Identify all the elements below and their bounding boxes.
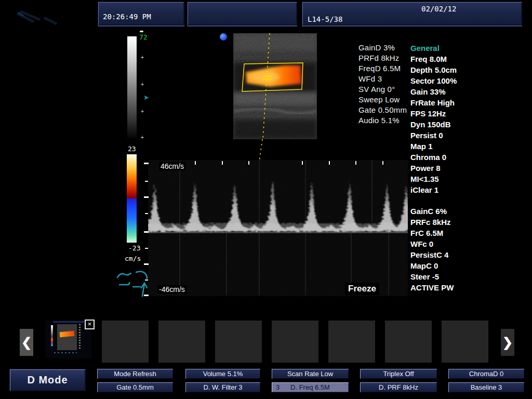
depth-tick: + (141, 83, 144, 86)
color-parameter-list: GainC 6%PRFc 8kHzFrC 6.5MWFc 0PersistC 4… (410, 207, 494, 294)
softkey-volume[interactable]: Volume 5.1% (185, 369, 260, 379)
freeze-status: Freeze (345, 283, 379, 295)
bmode-parameter: MI<1.35 (410, 175, 494, 185)
bmode-parameter: Persist 0 (410, 131, 494, 142)
softkey-scan-rate[interactable]: Scan Rate Low (272, 369, 349, 379)
thumbnails-next-button[interactable]: ❯ (501, 329, 514, 356)
velocity-scale-max: 46cm/s (159, 162, 185, 170)
depth-cursor (140, 31, 143, 32)
softkey-mode-refresh[interactable]: Mode Refresh (97, 369, 173, 379)
grayscale-map-bar (127, 36, 137, 138)
bmode-parameter: Chroma 0 (410, 153, 494, 164)
depth-tick: + (141, 56, 144, 59)
softkey-gate[interactable]: Gate 0.5mm (97, 382, 173, 392)
bmode-image[interactable] (233, 33, 317, 139)
exam-info-box: 02/02/12 L14-5/38 (302, 2, 522, 25)
color-parameter: WFc 0 (410, 240, 494, 250)
bmode-parameter: Sector 100% (410, 76, 494, 87)
velocity-tick-major (144, 263, 149, 265)
preset-name: General (410, 44, 440, 52)
mode-button[interactable]: D Mode (9, 369, 86, 391)
bmode-parameter: FrRate High (410, 98, 494, 109)
velocity-tick-major (144, 163, 149, 164)
thumbnail-slot-empty[interactable] (328, 321, 375, 363)
velocity-tick-minor (145, 181, 148, 182)
vendor-logo (13, 4, 91, 26)
softkey-chroma-d[interactable]: ChromaD 0 (448, 369, 524, 379)
bmode-parameter: Map 1 (410, 142, 494, 153)
time-tick (195, 161, 196, 165)
gray-bar-bottom-value: 23 (128, 145, 136, 153)
doppler-parameter: SV Ang 0° (358, 85, 410, 95)
color-parameter: Steer -5 (410, 272, 494, 283)
color-parameter: MapC 0 (410, 261, 494, 272)
bmode-parameter: FPS 12Hz (410, 109, 494, 120)
ultrasound-screen: { "header": { "time": "20:26:49 PM", "pr… (0, 0, 532, 399)
velocity-tick-major (144, 231, 149, 233)
color-bar-unit: cm/s (125, 255, 141, 262)
color-doppler-bar-negative (127, 198, 137, 243)
softkey-triplex[interactable]: Triplex Off (360, 369, 437, 379)
thumbnail-slot-empty[interactable] (442, 321, 488, 363)
softkey-baseline[interactable]: Baseline 3 (448, 382, 524, 392)
velocity-tick-minor (145, 248, 148, 249)
gray-map-value: 72 (139, 33, 148, 41)
thumbnail-slot-empty[interactable] (158, 321, 205, 363)
bmode-parameter-list: Freq 8.0MDepth 5.0cmSector 100%Gain 33%F… (410, 55, 494, 196)
color-bar-min: -23 (128, 244, 140, 252)
doppler-parameter: FreqD 6.5M (358, 64, 410, 74)
velocity-tick-major (144, 196, 149, 198)
bmode-parameter: Freq 8.0M (410, 55, 494, 65)
exam-date: 02/02/12 (421, 5, 456, 13)
velocity-tick-minor (145, 280, 148, 281)
color-parameter: PRFc 8kHz (410, 218, 494, 229)
spectral-doppler-display[interactable] (148, 160, 408, 296)
softkey-doppler-freq[interactable]: 3 D. Freq 6.5M (272, 382, 349, 392)
bmode-parameter: Depth 5.0cm (410, 65, 494, 76)
doppler-parameter: PRFd 8kHz (358, 54, 410, 64)
probe-orientation-marker (220, 33, 227, 41)
depth-tick: + (141, 110, 144, 113)
doppler-parameter: Sweep Low (358, 95, 410, 105)
doppler-parameter: Audio 5.1% (358, 116, 410, 126)
doppler-parameter: GainD 3% (358, 43, 410, 54)
color-parameter: PersistC 4 (410, 250, 494, 261)
thumbnail-close-button[interactable]: ✕ (85, 320, 95, 329)
color-parameter: GainC 6% (410, 207, 494, 218)
bmode-parameter: iClear 1 (410, 185, 494, 196)
velocity-scale-min: -46cm/s (157, 285, 187, 294)
time-tick (302, 161, 303, 165)
thumbnail-slot-empty[interactable] (272, 321, 318, 363)
patient-info-box (187, 2, 297, 25)
velocity-tick-major (144, 295, 149, 296)
softkey-index: 3 (276, 383, 280, 391)
bmode-parameter: Gain 33% (410, 87, 494, 98)
softkey-doppler-prf[interactable]: D. PRF 8kHz (360, 382, 437, 392)
pw-line-extension (257, 139, 265, 162)
time-tick (222, 161, 223, 165)
thumbnail-slot-empty[interactable] (385, 321, 432, 363)
depth-tick: + (141, 136, 144, 139)
thumbnails-prev-button[interactable]: ❮ (20, 329, 33, 356)
velocity-tick-minor (145, 213, 148, 214)
color-parameter: FrC 6.5M (410, 229, 494, 240)
time-box: 20:26:49 PM (98, 2, 184, 25)
focus-marker-icon: ➤ (143, 94, 149, 101)
color-doppler-bar-positive (127, 154, 137, 198)
doppler-parameter: Gate 0.50mm (358, 105, 410, 116)
softkey-wall-filter[interactable]: D. W. Filter 3 (185, 382, 260, 392)
time-tick (329, 161, 330, 165)
doppler-parameter-list: GainD 3%PRFd 8kHzFreqD 6.5MWFd 3SV Ang 0… (358, 43, 410, 126)
color-parameter: ACTIVE PW (410, 283, 494, 294)
bmode-parameter: Power 8 (410, 164, 494, 175)
thumbnail-slot-empty[interactable] (215, 321, 262, 363)
clock: 20:26:49 PM (103, 12, 151, 21)
bmode-parameter: Dyn 150dB (410, 120, 494, 131)
softkey-doppler-freq-label: D. Freq 6.5M (290, 383, 330, 391)
time-tick (382, 161, 383, 165)
thumbnail-slot-empty[interactable] (102, 321, 149, 363)
probe-model: L14-5/38 (308, 15, 342, 23)
time-tick (248, 161, 249, 165)
time-tick (355, 161, 356, 165)
doppler-parameter: WFd 3 (358, 74, 410, 85)
